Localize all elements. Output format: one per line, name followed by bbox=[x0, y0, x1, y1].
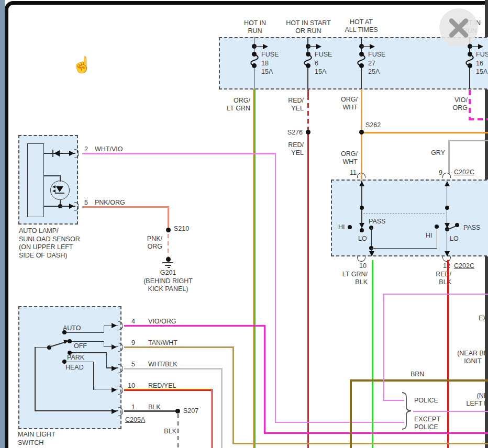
close-button[interactable] bbox=[439, 8, 478, 47]
dimmer-lo-right-label: LO bbox=[450, 235, 459, 243]
pnk-org-ground-label: PNK/ ORG bbox=[136, 235, 162, 251]
dimmer-conn-top-link[interactable]: C202C bbox=[454, 169, 474, 176]
wire-red-yel-dashed bbox=[307, 95, 309, 132]
fuse3-tap-arrow bbox=[370, 44, 375, 49]
wire-label-org-wht-1: ORG/ WHT bbox=[331, 96, 358, 111]
ms-park-line bbox=[70, 352, 107, 353]
fuse-label-2: FUSE 6 15A bbox=[315, 50, 332, 76]
hand-cursor-icon: ☝ bbox=[72, 55, 92, 74]
dimmer-hi-left-label: HI bbox=[338, 223, 345, 231]
wire-wht-vio-h1 bbox=[82, 153, 276, 154]
dimmer-pin11-connector bbox=[357, 173, 365, 178]
wire-wht-blk-v bbox=[221, 368, 223, 448]
ms-pin1-arrow bbox=[112, 409, 117, 414]
wire-pnk-org-h bbox=[82, 206, 169, 208]
fuse-label-1: FUSE 18 15A bbox=[261, 50, 279, 76]
dimmer-conn-bottom-link[interactable]: C202C bbox=[454, 262, 474, 270]
dimmer-pin9-connector bbox=[442, 173, 451, 178]
dimmer-right-hi-contact bbox=[435, 225, 439, 229]
ground-g201-dot bbox=[166, 257, 171, 262]
sensor-photo-top-line bbox=[44, 175, 61, 176]
ground-g201-icon bbox=[165, 265, 171, 266]
wire-brace-output bbox=[413, 411, 488, 412]
wire-red-yel-solid-top bbox=[307, 89, 309, 95]
hot-label-3: HOT AT ALL TIMES bbox=[331, 18, 391, 34]
fuse3-element-icon bbox=[356, 54, 367, 66]
ground-g201-caption: G201 (BEHIND RIGHT KICK PANEL) bbox=[129, 269, 207, 294]
splice-s262-label: S262 bbox=[365, 121, 381, 129]
ms-off-label: OFF bbox=[74, 342, 87, 350]
wire-label-gry: GRY bbox=[419, 149, 445, 157]
dimmer-left-entry-arrow bbox=[359, 181, 364, 186]
ms-connector-link[interactable]: C205A bbox=[125, 416, 145, 424]
wire-label-org-lt-grn: ORG/ LT GRN bbox=[214, 97, 250, 113]
sensor-pin2-num: 2 bbox=[84, 145, 88, 153]
photodiode-triangle bbox=[56, 186, 63, 192]
wire-blk-h bbox=[124, 410, 179, 412]
fuse4-wire bbox=[469, 65, 470, 89]
wire-org-wht bbox=[361, 89, 362, 181]
splice-s207-label: S207 bbox=[183, 407, 198, 415]
sensor-inner-rect bbox=[27, 143, 44, 217]
wire-blk-dashed bbox=[178, 414, 179, 448]
fuse4-tap-arrow bbox=[478, 44, 483, 49]
ground-g201-icon bbox=[162, 262, 173, 263]
sensor-pin5-arrow bbox=[69, 204, 74, 209]
dimmer-left-input-line bbox=[361, 181, 362, 225]
splice-s276-label: S276 bbox=[282, 129, 303, 137]
dimmer-pin10-num: 10 bbox=[349, 262, 367, 270]
wire-vio-org-4-h2 bbox=[264, 432, 488, 434]
splice-s210-label: S210 bbox=[174, 225, 189, 233]
wire-police-v bbox=[383, 294, 384, 401]
dimmer-right-hi-line bbox=[437, 228, 438, 249]
dimmer-right-entry-arrow bbox=[445, 181, 450, 186]
ground-g201-icon bbox=[168, 267, 170, 268]
fuse2-wire bbox=[307, 65, 308, 89]
wire-red-yel-solid bbox=[307, 132, 309, 448]
wiring-diagram-canvas[interactable]: HOT IN RUN HOT IN START OR RUN HOT AT AL… bbox=[0, 0, 488, 448]
dimmer-left-exit-arrow bbox=[369, 251, 374, 256]
splice-s276-dot bbox=[306, 130, 310, 135]
sensor-pin2-arrow bbox=[69, 151, 74, 156]
sensor-caption: AUTO LAMP/ SUNLOAD SENSOR (ON UPPER LEFT… bbox=[19, 227, 80, 260]
ms-pin4-arrow bbox=[112, 323, 117, 328]
sensor-pin2-wire-label: WHT/VIO bbox=[95, 145, 123, 153]
wire-pnk-org-dashed bbox=[168, 234, 169, 257]
fuse1-tap-arrow bbox=[263, 44, 268, 49]
wire-brn-v bbox=[350, 379, 352, 448]
dimmer-cross-line bbox=[371, 248, 437, 249]
ms-head-line bbox=[93, 362, 94, 390]
ms-pin5-arrow bbox=[112, 366, 117, 371]
splice-s210-dot bbox=[166, 228, 171, 232]
fuse1-element-icon bbox=[249, 54, 260, 66]
wire-org-wht-branch bbox=[361, 132, 488, 133]
dimmer-switch-box bbox=[331, 180, 488, 256]
wire-vio-org-dashed-h bbox=[469, 118, 488, 120]
ms-park-line bbox=[106, 352, 107, 368]
edge-text-mid: (NEAR BR IGNIT bbox=[457, 350, 488, 365]
edge-text-bottom: (NE LEFT F bbox=[461, 392, 488, 408]
wire-red-yel-10-v bbox=[211, 389, 213, 448]
fuse2-tap-arrow bbox=[316, 44, 321, 49]
wire-org-lt-grn bbox=[253, 89, 256, 448]
ms-common-line bbox=[35, 410, 118, 411]
dimmer-right-junction-dot bbox=[445, 206, 449, 210]
wire-gry-h bbox=[448, 140, 488, 141]
wire-vio-org-dashed-v bbox=[469, 90, 471, 119]
note-police: POLICE bbox=[414, 397, 438, 405]
splice-s207-dot bbox=[175, 409, 180, 413]
wire-wht-vio-v bbox=[275, 153, 276, 422]
dimmer-left-junction-dot bbox=[360, 206, 364, 210]
dimmer-pin11-num: 11 bbox=[340, 169, 357, 177]
wire-lt-grn-blk bbox=[372, 260, 374, 448]
wire-red-blk bbox=[447, 260, 449, 448]
wire-tan-wht-h2 bbox=[232, 443, 488, 444]
dimmer-pin12-wire-label: RED/ BLK bbox=[414, 271, 451, 286]
ms-pin10-arrow bbox=[112, 387, 117, 393]
wire-red-yel-10-h bbox=[124, 389, 213, 391]
wire-tan-wht-v bbox=[232, 346, 234, 444]
wire-label-red-yel-1: RED/ YEL bbox=[278, 97, 304, 113]
fuse2-element-icon bbox=[302, 54, 314, 66]
edge-text-top: EX bbox=[479, 315, 487, 322]
fuse4-element-icon bbox=[464, 54, 475, 66]
